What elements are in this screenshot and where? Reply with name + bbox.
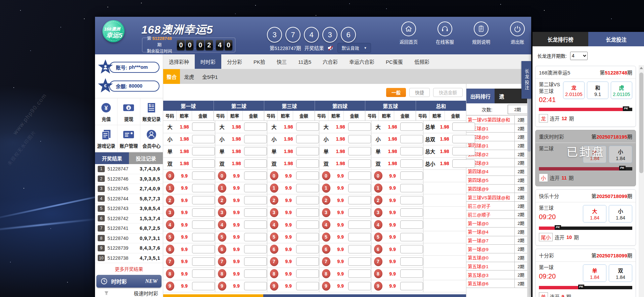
- card-bet-option[interactable]: 小 1.84: [609, 205, 632, 222]
- bet-number-badge[interactable]: 0: [270, 171, 278, 180]
- bet-number-badge[interactable]: 9: [166, 282, 174, 291]
- card-bet-option[interactable]: 和 9.1: [587, 82, 608, 99]
- header-action-service[interactable]: 在线客服: [432, 21, 458, 45]
- bet-option-label[interactable]: 单: [319, 148, 333, 155]
- bet-amount-input[interactable]: [348, 171, 371, 180]
- bet-amount-input[interactable]: [348, 184, 371, 192]
- bet-number-badge[interactable]: 6: [218, 245, 226, 254]
- bet-number-badge[interactable]: 7: [166, 257, 174, 266]
- sidebar-action-0[interactable]: ¥ 充值: [95, 98, 118, 125]
- tab-PC蛋蛋[interactable]: PC蛋蛋: [380, 54, 409, 69]
- bet-amount-input[interactable]: [400, 196, 423, 204]
- bet-number-badge[interactable]: 9: [374, 282, 382, 291]
- bet-option-label[interactable]: 双: [371, 160, 385, 167]
- bet-amount-input[interactable]: [348, 208, 371, 217]
- bet-amount-input[interactable]: [244, 147, 267, 155]
- tab-11选5[interactable]: 11选5: [292, 54, 317, 69]
- bet-number-badge[interactable]: 4: [270, 220, 278, 229]
- changlong-tab[interactable]: 长龙排行榜: [533, 32, 588, 46]
- bet-amount-input[interactable]: [348, 220, 371, 229]
- bet-option-label[interactable]: 大: [215, 123, 229, 130]
- bet-number-badge[interactable]: 0: [218, 171, 226, 180]
- bet-amount-input[interactable]: [192, 196, 215, 204]
- bet-amount-input[interactable]: [192, 159, 215, 168]
- bet-amount-input[interactable]: [400, 159, 423, 168]
- bet-number-badge[interactable]: 2: [374, 196, 382, 205]
- bet-number-badge[interactable]: 0: [322, 171, 330, 180]
- bet-number-badge[interactable]: 8: [322, 269, 330, 278]
- bet-amount-input[interactable]: [452, 147, 475, 155]
- sidebar-action-3[interactable]: 游戏记录: [95, 125, 118, 152]
- bet-amount-input[interactable]: [244, 184, 267, 192]
- tab-六合彩[interactable]: 六合彩: [317, 54, 343, 69]
- result-tab[interactable]: 投注记录: [129, 152, 163, 164]
- bet-amount-input[interactable]: [244, 257, 267, 266]
- bet-option-label[interactable]: 大: [319, 123, 333, 130]
- bet-amount-input[interactable]: [192, 233, 215, 241]
- sidebar-action-5[interactable]: 会员中心: [140, 125, 163, 152]
- bet-amount-input[interactable]: [192, 245, 215, 253]
- streak-count-select[interactable]: 4: [570, 52, 588, 60]
- bet-amount-input[interactable]: [192, 269, 215, 278]
- bet-number-badge[interactable]: 1: [218, 184, 226, 193]
- bet-amount-input[interactable]: [244, 282, 267, 290]
- bet-number-badge[interactable]: 3: [218, 208, 226, 217]
- bet-amount-input[interactable]: [400, 208, 423, 217]
- bet-option-label[interactable]: 双: [163, 160, 177, 167]
- bet-number-badge[interactable]: 9: [270, 282, 278, 291]
- bet-option-label[interactable]: 小: [267, 136, 281, 143]
- bet-option-label[interactable]: 小: [371, 136, 385, 143]
- main-scrollbar[interactable]: [527, 84, 531, 297]
- bet-option-label[interactable]: 总单: [423, 123, 437, 130]
- header-action-logout[interactable]: 退出账: [504, 21, 531, 45]
- bet-amount-input[interactable]: [192, 122, 215, 131]
- panel-scrollbar-thumb[interactable]: [639, 72, 643, 173]
- sidebar-action-4[interactable]: 账户管理: [118, 125, 140, 152]
- bet-amount-input[interactable]: [400, 233, 423, 241]
- bet-amount-input[interactable]: [296, 196, 319, 204]
- card-bet-option[interactable]: 大 1.84: [583, 205, 606, 222]
- bet-amount-input[interactable]: [296, 159, 319, 168]
- bet-number-badge[interactable]: 0: [166, 171, 174, 180]
- bet-amount-input[interactable]: [400, 135, 423, 143]
- bet-amount-input[interactable]: [296, 269, 319, 278]
- bet-number-badge[interactable]: 3: [166, 208, 174, 217]
- sound-muted-icon[interactable]: [327, 45, 334, 51]
- sidebar-action-2[interactable]: $ 账变记录: [140, 98, 163, 125]
- bet-amount-input[interactable]: [296, 282, 319, 290]
- bet-option-label[interactable]: 单: [163, 148, 177, 155]
- bet-amount-input[interactable]: [192, 171, 215, 180]
- bet-amount-input[interactable]: [348, 269, 371, 278]
- bet-number-badge[interactable]: 9: [218, 282, 226, 291]
- bet-amount-input[interactable]: [296, 135, 319, 143]
- bet-amount-input[interactable]: [244, 159, 267, 168]
- bet-amount-input[interactable]: [348, 159, 371, 168]
- bet-amount-input[interactable]: [400, 257, 423, 266]
- bet-amount-input[interactable]: [296, 245, 319, 253]
- changlong-tab[interactable]: 长龙投注: [588, 32, 644, 46]
- bet-amount-input[interactable]: [348, 233, 371, 241]
- bet-number-badge[interactable]: 6: [322, 245, 330, 254]
- bet-amount-input[interactable]: [400, 282, 423, 290]
- tab-低频彩[interactable]: 低频彩: [409, 54, 435, 69]
- bet-amount-input[interactable]: [296, 233, 319, 241]
- bet-amount-input[interactable]: [348, 196, 371, 204]
- bet-amount-input[interactable]: [244, 171, 267, 180]
- bet-option-label[interactable]: 双: [319, 160, 333, 167]
- bet-number-badge[interactable]: 7: [374, 257, 382, 266]
- bet-amount-input[interactable]: [452, 122, 475, 131]
- bet-number-badge[interactable]: 2: [166, 196, 174, 205]
- bet-number-badge[interactable]: 8: [270, 269, 278, 278]
- bet-amount-input[interactable]: [348, 135, 371, 143]
- bet-amount-input[interactable]: [244, 196, 267, 204]
- card-bet-option[interactable]: 虎 2.01105: [611, 82, 632, 99]
- bet-amount-input[interactable]: [400, 122, 423, 131]
- bet-number-badge[interactable]: 8: [374, 269, 382, 278]
- bet-option-label[interactable]: 总小: [423, 160, 437, 167]
- bet-amount-input[interactable]: [244, 233, 267, 241]
- bet-number-badge[interactable]: 8: [166, 269, 174, 278]
- bet-number-badge[interactable]: 6: [270, 245, 278, 254]
- panel-scrollbar[interactable]: [639, 65, 644, 297]
- tab-幸运六合彩[interactable]: 幸运六合彩: [343, 54, 380, 69]
- sound-select[interactable]: 默认音效 ▼: [337, 43, 371, 53]
